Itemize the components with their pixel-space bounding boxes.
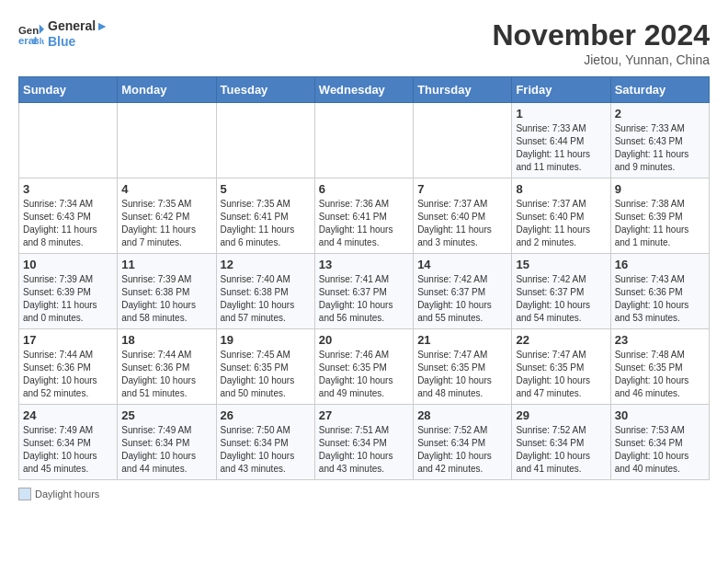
day-info: Sunrise: 7:52 AM Sunset: 6:34 PM Dayligh… (417, 424, 507, 476)
day-info: Sunrise: 7:38 AM Sunset: 6:39 PM Dayligh… (615, 198, 705, 249)
day-info: Sunrise: 7:41 AM Sunset: 6:37 PM Dayligh… (319, 273, 409, 325)
calendar-cell: 18Sunrise: 7:44 AM Sunset: 6:36 PM Dayli… (118, 329, 216, 405)
day-number: 8 (516, 182, 606, 196)
calendar-cell: 8Sunrise: 7:37 AM Sunset: 6:40 PM Daylig… (512, 178, 610, 254)
day-number: 21 (417, 333, 507, 347)
calendar-cell: 19Sunrise: 7:45 AM Sunset: 6:35 PM Dayli… (216, 329, 314, 405)
calendar-week-row: 17Sunrise: 7:44 AM Sunset: 6:36 PM Dayli… (19, 329, 710, 405)
logo: Gen eral Blue General► Blue (18, 18, 108, 50)
day-info: Sunrise: 7:53 AM Sunset: 6:34 PM Dayligh… (615, 424, 705, 476)
day-number: 24 (23, 408, 113, 422)
logo-icon: Gen eral Blue (18, 21, 44, 47)
svg-marker-2 (40, 24, 44, 34)
weekday-header-cell: Saturday (610, 77, 709, 103)
calendar-week-row: 3Sunrise: 7:34 AM Sunset: 6:43 PM Daylig… (19, 178, 710, 254)
weekday-header-cell: Monday (118, 77, 216, 103)
day-info: Sunrise: 7:33 AM Sunset: 6:43 PM Dayligh… (615, 122, 705, 174)
day-number: 16 (615, 258, 705, 271)
day-info: Sunrise: 7:44 AM Sunset: 6:36 PM Dayligh… (23, 349, 113, 400)
day-info: Sunrise: 7:36 AM Sunset: 6:41 PM Dayligh… (319, 198, 409, 249)
calendar-cell: 5Sunrise: 7:35 AM Sunset: 6:41 PM Daylig… (216, 178, 314, 254)
day-info: Sunrise: 7:51 AM Sunset: 6:34 PM Dayligh… (319, 424, 409, 476)
day-info: Sunrise: 7:37 AM Sunset: 6:40 PM Dayligh… (516, 198, 606, 249)
day-number: 26 (221, 408, 311, 422)
calendar-cell: 9Sunrise: 7:38 AM Sunset: 6:39 PM Daylig… (610, 178, 709, 254)
day-info: Sunrise: 7:46 AM Sunset: 6:35 PM Dayligh… (319, 349, 409, 400)
location: Jietou, Yunnan, China (492, 52, 710, 67)
day-number: 22 (516, 333, 606, 347)
day-info: Sunrise: 7:40 AM Sunset: 6:38 PM Dayligh… (221, 273, 311, 325)
logo-line2: Blue (48, 34, 108, 50)
calendar-cell: 29Sunrise: 7:52 AM Sunset: 6:34 PM Dayli… (512, 405, 610, 480)
day-number: 27 (319, 408, 409, 422)
day-number: 20 (319, 333, 409, 347)
day-number: 4 (121, 182, 211, 196)
day-number: 10 (23, 258, 113, 271)
day-number: 13 (319, 258, 409, 271)
calendar-table: SundayMondayTuesdayWednesdayThursdayFrid… (18, 76, 710, 480)
day-number: 9 (615, 182, 705, 196)
logo-line1: General► (48, 18, 108, 34)
calendar-cell: 23Sunrise: 7:48 AM Sunset: 6:35 PM Dayli… (610, 329, 709, 405)
month-title: November 2024 (492, 18, 710, 52)
calendar-cell: 13Sunrise: 7:41 AM Sunset: 6:37 PM Dayli… (314, 254, 413, 329)
calendar-cell (118, 103, 216, 178)
day-number: 14 (417, 258, 507, 271)
calendar-cell: 28Sunrise: 7:52 AM Sunset: 6:34 PM Dayli… (414, 405, 512, 480)
calendar-cell: 26Sunrise: 7:50 AM Sunset: 6:34 PM Dayli… (216, 405, 314, 480)
day-number: 19 (221, 333, 311, 347)
day-info: Sunrise: 7:35 AM Sunset: 6:42 PM Dayligh… (121, 198, 211, 249)
day-number: 12 (221, 258, 311, 271)
day-number: 7 (417, 182, 507, 196)
day-info: Sunrise: 7:48 AM Sunset: 6:35 PM Dayligh… (615, 349, 705, 400)
day-info: Sunrise: 7:47 AM Sunset: 6:35 PM Dayligh… (516, 349, 606, 400)
calendar-cell: 20Sunrise: 7:46 AM Sunset: 6:35 PM Dayli… (314, 329, 413, 405)
calendar-cell (314, 103, 413, 178)
calendar-cell: 2Sunrise: 7:33 AM Sunset: 6:43 PM Daylig… (610, 103, 709, 178)
day-number: 5 (221, 182, 311, 196)
day-number: 6 (319, 182, 409, 196)
weekday-header-row: SundayMondayTuesdayWednesdayThursdayFrid… (19, 77, 710, 103)
day-info: Sunrise: 7:39 AM Sunset: 6:38 PM Dayligh… (121, 273, 211, 325)
calendar-body: 1Sunrise: 7:33 AM Sunset: 6:44 PM Daylig… (19, 103, 710, 480)
day-number: 23 (615, 333, 705, 347)
day-number: 30 (615, 408, 705, 422)
weekday-header-cell: Friday (512, 77, 610, 103)
calendar-cell (414, 103, 512, 178)
daylight-legend: Daylight hours (18, 488, 99, 500)
calendar-cell: 4Sunrise: 7:35 AM Sunset: 6:42 PM Daylig… (118, 178, 216, 254)
day-number: 29 (516, 408, 606, 422)
footer: Daylight hours (18, 488, 710, 500)
svg-text:Gen: Gen (18, 25, 39, 36)
svg-text:Blue: Blue (33, 35, 44, 45)
weekday-header-cell: Wednesday (314, 77, 413, 103)
calendar-cell: 30Sunrise: 7:53 AM Sunset: 6:34 PM Dayli… (610, 405, 709, 480)
day-info: Sunrise: 7:42 AM Sunset: 6:37 PM Dayligh… (417, 273, 507, 325)
calendar-cell: 12Sunrise: 7:40 AM Sunset: 6:38 PM Dayli… (216, 254, 314, 329)
day-info: Sunrise: 7:49 AM Sunset: 6:34 PM Dayligh… (23, 424, 113, 476)
day-info: Sunrise: 7:35 AM Sunset: 6:41 PM Dayligh… (221, 198, 311, 249)
day-number: 15 (516, 258, 606, 271)
day-info: Sunrise: 7:50 AM Sunset: 6:34 PM Dayligh… (221, 424, 311, 476)
calendar-week-row: 1Sunrise: 7:33 AM Sunset: 6:44 PM Daylig… (19, 103, 710, 178)
calendar-cell: 10Sunrise: 7:39 AM Sunset: 6:39 PM Dayli… (19, 254, 118, 329)
day-number: 2 (615, 107, 705, 121)
day-info: Sunrise: 7:37 AM Sunset: 6:40 PM Dayligh… (417, 198, 507, 249)
day-number: 17 (23, 333, 113, 347)
day-number: 25 (121, 408, 211, 422)
title-block: November 2024 Jietou, Yunnan, China (492, 18, 710, 67)
day-number: 28 (417, 408, 507, 422)
day-info: Sunrise: 7:42 AM Sunset: 6:37 PM Dayligh… (516, 273, 606, 325)
calendar-cell: 6Sunrise: 7:36 AM Sunset: 6:41 PM Daylig… (314, 178, 413, 254)
calendar-cell (19, 103, 118, 178)
calendar-week-row: 24Sunrise: 7:49 AM Sunset: 6:34 PM Dayli… (19, 405, 710, 480)
calendar-cell: 15Sunrise: 7:42 AM Sunset: 6:37 PM Dayli… (512, 254, 610, 329)
day-info: Sunrise: 7:52 AM Sunset: 6:34 PM Dayligh… (516, 424, 606, 476)
day-number: 18 (121, 333, 211, 347)
calendar-cell: 21Sunrise: 7:47 AM Sunset: 6:35 PM Dayli… (414, 329, 512, 405)
calendar-cell: 24Sunrise: 7:49 AM Sunset: 6:34 PM Dayli… (19, 405, 118, 480)
calendar-cell (216, 103, 314, 178)
daylight-label: Daylight hours (35, 488, 99, 500)
day-number: 3 (23, 182, 113, 196)
calendar-cell: 22Sunrise: 7:47 AM Sunset: 6:35 PM Dayli… (512, 329, 610, 405)
